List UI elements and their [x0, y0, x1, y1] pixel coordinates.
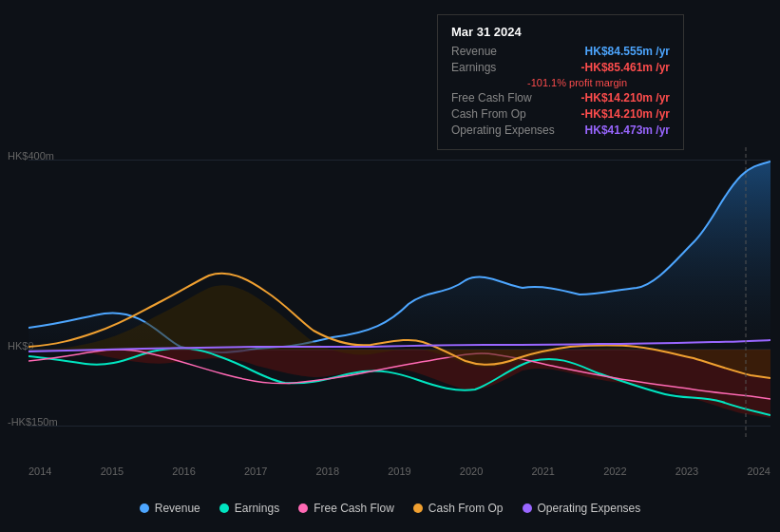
- tooltip-value-fcf: -HK$14.210m /yr: [581, 91, 670, 104]
- legend-label-revenue: Revenue: [155, 502, 200, 515]
- chart-container: Mar 31 2024 Revenue HK$84.555m /yr Earni…: [0, 0, 780, 532]
- earnings-area: [29, 350, 770, 418]
- tooltip-label-fcf: Free Cash Flow: [451, 91, 532, 104]
- legend-dot-fcf: [298, 504, 308, 513]
- x-axis-labels: 2014 2015 2016 2017 2018 2019 2020 2021 …: [29, 466, 770, 477]
- legend-label-earnings: Earnings: [235, 502, 279, 515]
- revenue-area: [29, 162, 770, 352]
- tooltip-value-cashfromop: -HK$14.210m /yr: [581, 107, 670, 121]
- tooltip-row-cashfromop: Cash From Op -HK$14.210m /yr: [451, 107, 670, 121]
- legend-dot-opex: [523, 504, 532, 513]
- legend-label-cashfromop: Cash From Op: [428, 502, 504, 515]
- x-label-2023: 2023: [675, 466, 698, 477]
- x-label-2022: 2022: [603, 466, 626, 477]
- legend-label-opex: Operating Expenses: [538, 502, 641, 515]
- tooltip: Mar 31 2024 Revenue HK$84.555m /yr Earni…: [437, 14, 684, 150]
- tooltip-label-revenue: Revenue: [451, 45, 497, 58]
- x-label-2017: 2017: [244, 466, 267, 477]
- tooltip-profit-margin: -101.1% profit margin: [527, 77, 670, 88]
- legend-earnings[interactable]: Earnings: [219, 502, 279, 515]
- tooltip-label-cashfromop: Cash From Op: [451, 107, 526, 121]
- x-label-2021: 2021: [531, 466, 554, 477]
- legend-revenue[interactable]: Revenue: [140, 502, 200, 515]
- legend-opex[interactable]: Operating Expenses: [523, 502, 641, 515]
- tooltip-label-earnings: Earnings: [451, 61, 496, 74]
- legend-dot-revenue: [140, 504, 149, 513]
- chart-svg: [29, 147, 770, 437]
- x-label-2018: 2018: [316, 466, 339, 477]
- tooltip-value-revenue: HK$84.555m /yr: [585, 45, 670, 58]
- x-label-2024: 2024: [747, 466, 770, 477]
- legend-cashfromop[interactable]: Cash From Op: [413, 502, 504, 515]
- legend-label-fcf: Free Cash Flow: [314, 502, 394, 515]
- chart-legend: Revenue Earnings Free Cash Flow Cash Fro…: [0, 502, 780, 515]
- tooltip-row-fcf: Free Cash Flow -HK$14.210m /yr: [451, 91, 670, 104]
- legend-dot-earnings: [219, 504, 229, 513]
- x-label-2019: 2019: [388, 466, 410, 477]
- legend-dot-cashfromop: [413, 504, 423, 513]
- tooltip-label-opex: Operating Expenses: [451, 124, 555, 137]
- tooltip-date: Mar 31 2024: [451, 25, 670, 39]
- x-label-2016: 2016: [172, 466, 195, 477]
- x-label-2015: 2015: [101, 466, 124, 477]
- x-label-2014: 2014: [29, 466, 51, 477]
- legend-fcf[interactable]: Free Cash Flow: [298, 502, 394, 515]
- tooltip-row-opex: Operating Expenses HK$41.473m /yr: [451, 124, 670, 137]
- tooltip-value-earnings: -HK$85.461m /yr: [581, 61, 670, 74]
- tooltip-value-opex: HK$41.473m /yr: [585, 124, 670, 137]
- tooltip-row-revenue: Revenue HK$84.555m /yr: [451, 45, 670, 58]
- tooltip-row-earnings: Earnings -HK$85.461m /yr: [451, 61, 670, 74]
- x-label-2020: 2020: [460, 466, 483, 477]
